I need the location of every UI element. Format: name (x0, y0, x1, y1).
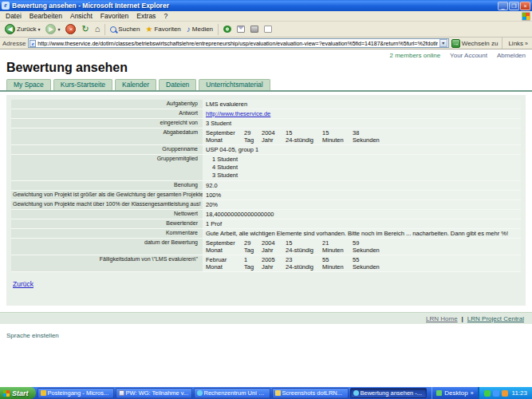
field-label: Fälligkeitsdatum von \"LMS evaluieren\" (11, 255, 203, 271)
mail-button[interactable] (234, 22, 247, 36)
address-label: Adresse (2, 40, 26, 47)
form-row: Gewichtung von Projekt ist größer als di… (11, 191, 521, 200)
start-label: Start (12, 389, 29, 397)
media-icon: ♪ (187, 25, 191, 34)
start-button[interactable]: Start (0, 387, 36, 399)
mail-icon (237, 26, 245, 33)
stop-icon: × (65, 24, 76, 34)
volume-icon[interactable] (502, 390, 508, 397)
field-label: datum der Bewertung (11, 239, 203, 255)
desktop-toolbar[interactable]: Desktop » (432, 387, 477, 399)
task-label: Posteingang - Micros... (48, 389, 109, 397)
field-label: Antwort (11, 109, 203, 118)
search-label: Suchen (118, 26, 140, 33)
field-value: Februar12005235555MonatTagJahr24-stündig… (203, 255, 521, 271)
close-button[interactable]: × (520, 2, 530, 10)
menu-extras[interactable]: Extras (132, 12, 160, 20)
logout-link[interactable]: Abmelden (497, 52, 526, 59)
form-row: Gruppenmitglied1 Student4 Student3 Stude… (11, 155, 521, 181)
lrn-project-central-link[interactable]: LRN Project Central (467, 315, 524, 322)
taskbar-task[interactable]: Rechenzentrum Uni K... (194, 388, 270, 398)
taskbar-task[interactable]: Posteingang - Micros... (37, 388, 114, 398)
address-url: http://www.theservice.de/dotlrn/classes/… (37, 41, 437, 46)
desktop-chevron-icon: » (471, 390, 474, 396)
answer-link[interactable]: http://www.theservice.de (206, 110, 270, 117)
your-account-link[interactable]: Your Account (450, 52, 487, 59)
stop-button[interactable]: × (63, 22, 78, 36)
back-button[interactable]: ◀ Zurück ▾ (2, 22, 42, 36)
tab-kurs-startseite[interactable]: Kurs-Startseite (53, 79, 112, 90)
field-value: 1 Student4 Student3 Student (203, 155, 521, 180)
address-input[interactable]: e http://www.theservice.de/dotlrn/classe… (28, 38, 448, 48)
home-icon: ⌂ (95, 24, 100, 34)
task-label: Bewertung ansehen -... (361, 389, 423, 397)
minimize-button[interactable]: _ (498, 2, 508, 10)
desktop-icon (436, 390, 442, 396)
menu-favoriten[interactable]: Favoriten (97, 12, 132, 20)
history-button[interactable] (221, 22, 234, 36)
menu-ansicht[interactable]: Ansicht (66, 12, 97, 20)
taskbar-task[interactable]: PW: WG: Teilnahme v... (116, 388, 192, 398)
network-icon[interactable] (493, 390, 499, 397)
group-member: 4 Student (206, 164, 518, 172)
forward-button[interactable]: ▶ ▾ (43, 22, 62, 36)
field-label: Nettowert (11, 210, 203, 219)
form-row: eingereicht von3 Student (11, 119, 521, 128)
field-value: 92.0 (203, 181, 521, 190)
form-row: Gewichtung von Projekte macht über 100% … (11, 200, 521, 210)
field-value: Gute Arbeit, alle wichtigen Elemente sin… (203, 229, 521, 238)
tab-unterrichtsmaterial[interactable]: Unterrichtsmaterial (199, 79, 270, 90)
maximize-button[interactable]: ❐ (509, 2, 519, 10)
windows-flag-icon (3, 390, 10, 397)
security-icon[interactable] (484, 390, 491, 397)
field-value: September292004151538MonatTagJahr24-stün… (203, 128, 521, 144)
menu-bearbeiten[interactable]: Bearbeiten (26, 12, 66, 20)
field-label: Kommentare (11, 229, 203, 238)
lrn-home-link[interactable]: LRN Home (426, 315, 458, 322)
home-button[interactable]: ⌂ (93, 22, 103, 36)
field-label: Abgabedatum (11, 128, 203, 144)
taskbar-task[interactable]: Screenshots dotLRN... (272, 388, 349, 398)
refresh-icon: ↻ (81, 24, 89, 34)
taskbar-tasks: Posteingang - Micros...PW: WG: Teilnahme… (36, 387, 432, 399)
tab-kalender[interactable]: Kalender (115, 79, 156, 90)
language-link[interactable]: Sprache einstellen (6, 332, 59, 339)
menu-datei[interactable]: Datei (2, 12, 26, 20)
go-button[interactable]: → Wechseln zu (451, 39, 499, 48)
edit-icon (264, 26, 272, 33)
page-title: Bewertung ansehen (6, 61, 532, 75)
desktop-toolbar-label: Desktop (444, 389, 467, 397)
tab-my-space[interactable]: My Space (6, 79, 51, 90)
field-value: September292004152159MonatTagJahr24-stün… (203, 239, 521, 255)
toolbar-separator (218, 24, 219, 35)
form-row: AbgabedatumSeptember292004151538MonatTag… (11, 128, 521, 145)
links-toolbar[interactable]: Links » (506, 40, 530, 47)
task-label: Screenshots dotLRN... (282, 389, 342, 397)
refresh-button[interactable]: ↻ (79, 22, 91, 36)
edit-button[interactable] (262, 22, 274, 36)
media-button[interactable]: ♪ Medien (184, 22, 215, 36)
print-button[interactable] (248, 22, 261, 36)
taskbar: Start Posteingang - Micros...PW: WG: Tei… (0, 387, 532, 399)
form-row: KommentareGute Arbeit, alle wichtigen El… (11, 229, 521, 239)
field-value: 3 Student (203, 119, 521, 128)
user-bar: 2 members online Your Account Abmelden (0, 49, 532, 59)
field-value: LMS evaluieren (203, 100, 521, 109)
field-value: 18,400000000000000000 (203, 210, 521, 219)
favorites-button[interactable]: ★ Favoriten (144, 22, 183, 36)
field-label: Benotung (11, 181, 203, 190)
tab-bar: My Space Kurs-Startseite Kalender Dateie… (0, 79, 532, 92)
footer-bar: LRN Home | LRN Project Central (0, 312, 532, 324)
back-link[interactable]: Zurück (13, 280, 33, 288)
taskbar-task[interactable]: Bewertung ansehen -... (350, 388, 427, 398)
task-label: PW: WG: Teilnahme v... (126, 389, 189, 397)
ie-logo-icon: e (2, 2, 10, 10)
menu-hilfe[interactable]: ? (160, 12, 171, 20)
outlook-icon (41, 390, 46, 396)
tab-dateien[interactable]: Dateien (159, 79, 196, 90)
window-titlebar: e Bewertung ansehen - Microsoft Internet… (0, 0, 532, 11)
mail-icon (119, 390, 124, 396)
search-button[interactable]: Suchen (108, 22, 142, 36)
address-dropdown[interactable]: ▾ (439, 39, 447, 47)
history-icon (223, 26, 231, 33)
